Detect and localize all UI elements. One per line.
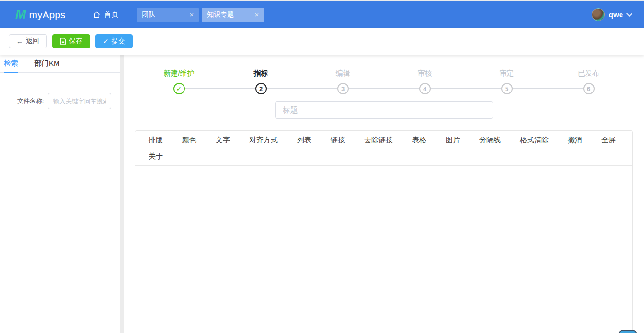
step-label: 审核 [418,69,432,79]
step-indicator[interactable]: 指标 2 [220,69,302,94]
app-logo[interactable]: M myApps [15,7,65,22]
editor-content-area[interactable] [135,166,632,333]
chevron-down-icon [626,11,632,17]
menu-item-unlink[interactable]: 去除链接 [364,132,393,148]
nav-tab-label: 团队 [142,11,155,19]
back-button-label: 返回 [26,37,39,46]
app-logo-text: myApps [29,9,66,21]
step-approve[interactable]: 审定 5 [466,69,548,94]
menu-item-fullscreen[interactable]: 全屏 [601,132,616,148]
save-button-label: 保存 [69,37,82,46]
sidebar-tabs: 检索 部门KM [0,55,120,73]
menu-item-text[interactable]: 文字 [216,132,230,148]
logo-m-icon: M [15,7,25,22]
step-label: 审定 [500,69,514,79]
action-toolbar: ← 返回 保存 ✓ 提交 [0,28,644,55]
step-label: 已发布 [578,69,599,79]
step-number: 2 [259,85,263,92]
step-published[interactable]: 已发布 6 [548,69,630,94]
sidebar-tab-search[interactable]: 检索 [4,55,18,72]
editor-menubar: 排版 颜色 文字 对齐方式 列表 链接 去除链接 表格 图片 分隔线 格式清除 … [135,131,632,166]
menu-item-undo[interactable]: 撤消 [568,132,582,148]
home-icon [93,11,101,19]
menu-item-color[interactable]: 颜色 [182,132,196,148]
step-number: 3 [341,85,345,92]
step-label: 指标 [254,69,268,79]
file-name-label: 文件名称: [17,97,44,105]
menu-item-about[interactable]: 关于 [149,148,163,164]
open-page-tabs: 团队 × 知识专题 × [137,8,264,22]
nav-home-label: 首页 [104,10,118,19]
workflow-stepper: 新建/维护 ✓ 指标 2 编辑 3 审核 4 [124,69,644,94]
check-icon: ✓ [176,85,182,92]
menu-item-clear-format[interactable]: 格式清除 [520,132,549,148]
cutoff-corner-widget[interactable] [618,330,637,333]
submit-button[interactable]: ✓ 提交 [95,34,133,48]
user-menu[interactable]: qwe [592,8,632,21]
step-edit[interactable]: 编辑 3 [302,69,384,94]
step-label: 新建/维护 [163,69,194,79]
menu-item-divider[interactable]: 分隔线 [479,132,501,148]
nav-tab-team[interactable]: 团队 × [137,8,199,22]
sidebar-tab-department-km[interactable]: 部门KM [34,55,60,72]
document-icon [60,38,66,45]
title-input[interactable] [275,101,493,119]
step-label: 编辑 [336,69,350,79]
nav-tab-label: 知识专题 [207,11,234,19]
nav-home[interactable]: 首页 [93,10,118,19]
step-number: 4 [423,85,426,92]
step-review[interactable]: 审核 4 [384,69,466,94]
menu-item-image[interactable]: 图片 [446,132,460,148]
menu-item-align[interactable]: 对齐方式 [249,132,278,148]
menu-item-list[interactable]: 列表 [297,132,311,148]
sidebar: 检索 部门KM 文件名称: [0,55,120,333]
step-number: 6 [587,85,590,92]
submit-button-label: 提交 [112,37,125,46]
menu-item-table[interactable]: 表格 [412,132,426,148]
menu-item-link[interactable]: 链接 [331,132,345,148]
content-area: 检索 部门KM 文件名称: 新建/维护 ✓ 指标 2 编辑 [0,55,644,333]
check-icon: ✓ [103,37,109,45]
back-arrow-icon: ← [16,37,23,45]
step-circle[interactable]: 6 [583,83,595,94]
step-circle[interactable]: 2 [255,83,267,94]
top-navbar: M myApps 首页 团队 × 知识专题 × qwe [0,1,644,28]
close-icon[interactable]: × [255,11,259,18]
step-create-maintain[interactable]: 新建/维护 ✓ [138,69,220,94]
file-name-row: 文件名称: [0,93,120,109]
rich-text-editor: 排版 颜色 文字 对齐方式 列表 链接 去除链接 表格 图片 分隔线 格式清除 … [135,130,633,333]
sidebar-divider [120,55,124,333]
user-name: qwe [609,11,623,19]
step-number: 5 [505,85,508,92]
step-circle[interactable]: ✓ [173,83,185,94]
avatar [592,8,605,21]
step-circle[interactable]: 4 [419,83,431,94]
nav-tab-knowledge-topic[interactable]: 知识专题 × [202,8,264,22]
menu-item-typeset[interactable]: 排版 [149,132,163,148]
main-panel: 新建/维护 ✓ 指标 2 编辑 3 审核 4 [124,55,644,333]
close-icon[interactable]: × [190,11,194,18]
step-circle[interactable]: 3 [337,83,349,94]
file-name-input[interactable] [48,93,111,109]
back-button[interactable]: ← 返回 [9,34,47,48]
save-button[interactable]: 保存 [52,34,90,48]
step-circle[interactable]: 5 [501,83,513,94]
